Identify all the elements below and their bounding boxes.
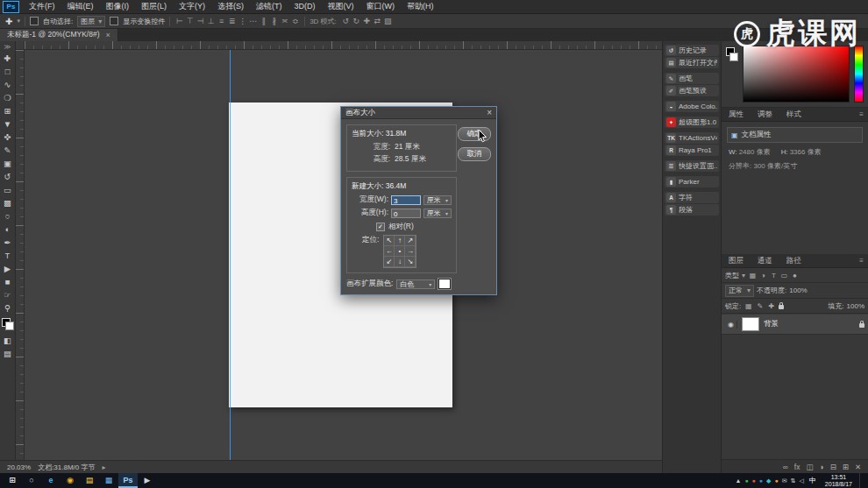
gradient-tool[interactable]: ▩ (0, 196, 16, 209)
input-method-indicator[interactable]: 中 (808, 476, 818, 485)
rail-parker-panel[interactable]: ▮ Parker (665, 176, 719, 187)
rail-raya-pro-panel[interactable]: R Raya Pro1 (665, 145, 719, 156)
rail-brush-panel[interactable]: ✎ 画笔 (665, 73, 719, 84)
panel-tab[interactable]: 路径 (779, 254, 808, 267)
dodge-tool[interactable]: ◐ (0, 223, 16, 236)
delete-layer-icon[interactable]: ✕ (855, 463, 861, 471)
search-button[interactable]: ○ (22, 473, 41, 488)
cancel-button[interactable]: 取消 (458, 147, 491, 161)
anchor-cell[interactable]: ↙ (384, 257, 395, 267)
filter-icon[interactable]: ▭ (779, 272, 789, 279)
zoom-tool[interactable]: ⚲ (0, 301, 16, 315)
mode-3d-icon[interactable]: ✚ (362, 17, 372, 25)
rail-super-graphic-panel[interactable]: ✦ 超级图形1.0 (665, 117, 719, 128)
menu-item[interactable]: 图像(I) (100, 0, 136, 13)
menu-item[interactable]: 视图(V) (322, 0, 360, 13)
toolbar-expand-icon[interactable]: ≫ (0, 42, 16, 52)
crop-tool[interactable]: ⊞ (0, 104, 16, 117)
status-options-arrow-icon[interactable]: ▸ (103, 463, 106, 471)
lasso-tool[interactable]: ∿ (0, 78, 16, 91)
align-icon[interactable]: ⊣ (196, 17, 205, 25)
menu-item[interactable]: 图层(L) (135, 0, 173, 13)
show-desktop-button[interactable] (859, 473, 864, 488)
rail-recent-files-panel[interactable]: ▤ 最近打开文件 (665, 57, 719, 68)
filter-icon[interactable]: T (769, 272, 779, 279)
align-icon[interactable]: ⋯ (248, 17, 258, 25)
chevron-down-icon[interactable]: ▾ (742, 272, 745, 279)
align-icon[interactable]: ⋮ (238, 17, 247, 25)
type-tool[interactable]: T (0, 249, 16, 262)
store-app[interactable]: ▦ (99, 473, 118, 488)
menu-item[interactable]: 文件(F) (23, 0, 61, 13)
mode-3d-icon[interactable]: ↻ (352, 17, 361, 25)
hidden-icons-arrow[interactable]: ▲ (735, 477, 741, 484)
panel-tab[interactable]: 样式 (779, 108, 808, 121)
rail-character-panel[interactable]: A 字符 (665, 192, 719, 203)
anchor-cell[interactable]: ↘ (405, 257, 416, 267)
background-color-swatch[interactable] (729, 53, 738, 61)
history-brush-tool[interactable]: ↺ (0, 170, 16, 183)
mail-icon[interactable]: ✉ (782, 477, 787, 484)
align-icon[interactable]: ≡ (217, 17, 226, 25)
extension-color-swatch[interactable] (438, 279, 451, 289)
menu-item[interactable]: 文字(Y) (173, 0, 211, 13)
taskbar-clock[interactable]: 13:51 2018/8/17 (822, 474, 856, 488)
rail-brush-presets-panel[interactable]: ✐ 画笔预设 (665, 85, 719, 96)
quick-mask-button[interactable]: ◧ (0, 334, 16, 347)
hand-tool[interactable]: ☞ (0, 288, 16, 301)
hue-slider[interactable] (854, 46, 864, 103)
mode-3d-icon[interactable]: ▧ (383, 17, 393, 25)
tool-preset-arrow-icon[interactable]: ▾ (17, 18, 20, 25)
new-layer-icon[interactable]: ⊞ (843, 463, 849, 471)
layer-row-background[interactable]: ◉ 背景 (722, 315, 868, 335)
filter-icon[interactable]: ◑ (758, 272, 768, 279)
relative-checkbox[interactable]: ✓ (376, 223, 385, 231)
lock-all-icon[interactable] (779, 305, 784, 309)
layer-mask-icon[interactable]: ◫ (806, 463, 813, 471)
rail-tkactions-panel[interactable]: TK TKActionsV4 (665, 132, 719, 144)
document-properties-row[interactable]: ▣ 文档属性 (727, 127, 863, 143)
clone-stamp-tool[interactable]: ▣ (0, 157, 16, 170)
link-layers-icon[interactable]: ∞ (783, 463, 788, 471)
brush-tool[interactable]: ✎ (0, 144, 16, 157)
menu-item[interactable]: 3D(D) (288, 0, 322, 13)
adjustment-layer-icon[interactable]: ◑ (819, 463, 823, 471)
healing-brush-tool[interactable]: ✜ (0, 131, 16, 144)
anchor-cell[interactable]: ↑ (395, 236, 405, 246)
panel-tab[interactable]: 调整 (751, 108, 779, 121)
screen-mode-button[interactable]: ▤ (0, 347, 16, 360)
tab-close-icon[interactable]: × (105, 31, 110, 39)
panel-menu-icon[interactable]: ≡ (859, 110, 868, 118)
vertical-ruler[interactable] (16, 50, 25, 460)
volume-icon[interactable]: ◁ (799, 477, 803, 484)
align-icon[interactable]: ⊢ (174, 17, 184, 25)
align-icon[interactable]: ∦ (269, 17, 279, 25)
layer-thumbnail[interactable] (742, 317, 759, 331)
lock-option-icon[interactable]: ▦ (743, 302, 753, 310)
rail-adobe-color-panel[interactable]: ◒ Adobe Colo... (665, 101, 719, 112)
rail-paragraph-panel[interactable]: ¶ 段落 (665, 204, 719, 216)
network-icon[interactable]: ⇅ (791, 477, 796, 484)
photoshop-app[interactable]: Ps (118, 473, 138, 488)
width-unit-dropdown[interactable]: 厘米 ▾ (423, 195, 452, 205)
align-icon[interactable]: ⊤ (185, 17, 195, 25)
filter-icon[interactable]: ▦ (748, 272, 758, 279)
panel-tab[interactable]: 属性 (722, 108, 751, 121)
document-tab[interactable]: 未标题-1 @ 20%(CMYK/8#) × (0, 29, 118, 41)
layer-visibility-icon[interactable]: ◉ (725, 321, 737, 329)
horizontal-ruler[interactable] (25, 41, 662, 50)
align-icon[interactable]: ⊥ (206, 17, 216, 25)
zoom-level[interactable]: 20.03% (7, 463, 31, 471)
path-selection-tool[interactable]: ▶ (0, 262, 16, 275)
panel-tab[interactable]: 图层 (722, 254, 751, 267)
extension-color-dropdown[interactable]: 白色 ▾ (396, 279, 435, 289)
menu-item[interactable]: 窗口(W) (360, 0, 402, 13)
eyedropper-tool[interactable]: ▼ (0, 117, 16, 131)
align-icon[interactable]: ≍ (280, 17, 289, 25)
dialog-close-icon[interactable]: × (487, 109, 492, 117)
tray-icon-blue[interactable]: ● (759, 477, 763, 484)
explorer-app[interactable]: ▤ (80, 473, 99, 488)
mode-3d-icon[interactable]: ⇄ (373, 17, 382, 25)
menu-item[interactable]: 编辑(E) (61, 0, 100, 13)
filter-icon[interactable]: ● (790, 272, 800, 279)
